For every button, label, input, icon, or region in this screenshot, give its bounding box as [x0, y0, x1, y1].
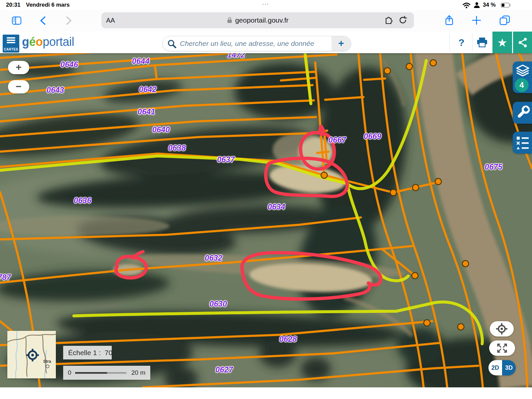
geolocate-button[interactable]	[490, 321, 514, 336]
map-viewport[interactable]: 1472064606440643064206410640063806370667…	[0, 53, 532, 387]
legend-icon	[516, 135, 530, 151]
scale-bar-dark-segment	[75, 372, 107, 374]
search-input[interactable]	[179, 37, 326, 51]
battery-percent: 34 %	[483, 0, 496, 10]
layers-icon	[515, 64, 530, 79]
zoom-in-button[interactable]: +	[8, 61, 29, 74]
lock-icon	[227, 17, 232, 24]
url-display[interactable]: geoportail.gouv.fr	[101, 12, 414, 28]
map-canvas[interactable]	[0, 53, 532, 387]
expand-arrows-icon	[495, 342, 509, 354]
wifi-icon	[462, 2, 471, 9]
share-nodes-icon	[517, 37, 528, 48]
geoportail-header: CARTES géoportail + ? ★	[0, 32, 532, 53]
battery-icon	[501, 3, 511, 8]
printer-icon	[476, 37, 488, 48]
ipad-screen: 20:31 Vendredi 6 mars ••• 34 % AA	[0, 0, 532, 399]
sidebar-icon[interactable]	[11, 16, 22, 26]
header-divider	[472, 33, 472, 52]
url-text: geoportail.gouv.fr	[235, 16, 289, 24]
user-location-icon	[473, 2, 480, 9]
scale-value: 70	[105, 349, 112, 356]
reload-icon[interactable]	[398, 16, 407, 25]
help-button[interactable]: ?	[455, 32, 468, 53]
forward-icon[interactable]	[65, 16, 72, 26]
search-add-data-button[interactable]: +	[332, 36, 351, 51]
print-button[interactable]	[473, 32, 491, 53]
status-bar: 20:31 Vendredi 6 mars ••• 34 %	[0, 0, 532, 10]
extensions-puzzle-icon[interactable]	[384, 16, 393, 25]
view-2d-button[interactable]: 2D	[488, 360, 502, 375]
geoportail-logo[interactable]: géoportail	[22, 35, 74, 49]
tabs-icon[interactable]	[499, 15, 511, 26]
scale-bar-light-segment	[107, 372, 126, 374]
wrench-icon	[515, 105, 530, 120]
tools-button[interactable]	[513, 102, 532, 124]
back-icon[interactable]	[39, 16, 47, 26]
header-divider	[450, 33, 450, 52]
scale-ratio: Échelle 1 : 70	[63, 346, 112, 359]
scale-bar: 0 20 m	[63, 366, 150, 380]
minimap-place-label: Stra	[43, 359, 51, 364]
layers-count-badge: 4	[515, 78, 529, 92]
scale-bar-start: 0	[68, 366, 71, 380]
star-icon: ★	[497, 37, 507, 48]
minimap-town-dot	[46, 365, 49, 368]
maps-menu-button[interactable]: CARTES	[3, 35, 19, 53]
maps-menu-label: CARTES	[3, 48, 19, 51]
legend-button[interactable]	[513, 132, 532, 154]
fullscreen-button[interactable]	[489, 340, 515, 356]
overview-minimap[interactable]: Stra	[7, 331, 56, 378]
address-bar[interactable]: AA geoportail.gouv.fr	[101, 12, 414, 28]
browser-toolbar: AA geoportail.gouv.fr	[0, 10, 532, 32]
logo-letters-portail: portail	[43, 35, 74, 49]
logo-letter-o: o	[36, 35, 43, 49]
new-tab-plus-icon[interactable]	[471, 15, 481, 25]
layers-panel-button[interactable]: 4	[513, 62, 532, 93]
crosshair-icon	[495, 323, 508, 335]
zoom-out-button[interactable]: −	[8, 80, 29, 93]
search-bar[interactable]: +	[162, 36, 351, 51]
search-icon	[167, 39, 177, 49]
scale-bar-end: 20 m	[131, 366, 145, 380]
logo-letter-e: é	[29, 35, 36, 49]
multitask-dots-icon: •••	[0, 3, 532, 6]
view-mode-toggle: 2D 3D	[488, 360, 516, 375]
logo-letter-g: g	[22, 35, 29, 49]
share-map-button[interactable]	[513, 32, 532, 53]
favorites-button[interactable]: ★	[492, 32, 512, 53]
share-icon[interactable]	[444, 15, 454, 27]
home-strip	[0, 387, 532, 399]
scale-prefix: Échelle 1 :	[68, 349, 101, 356]
